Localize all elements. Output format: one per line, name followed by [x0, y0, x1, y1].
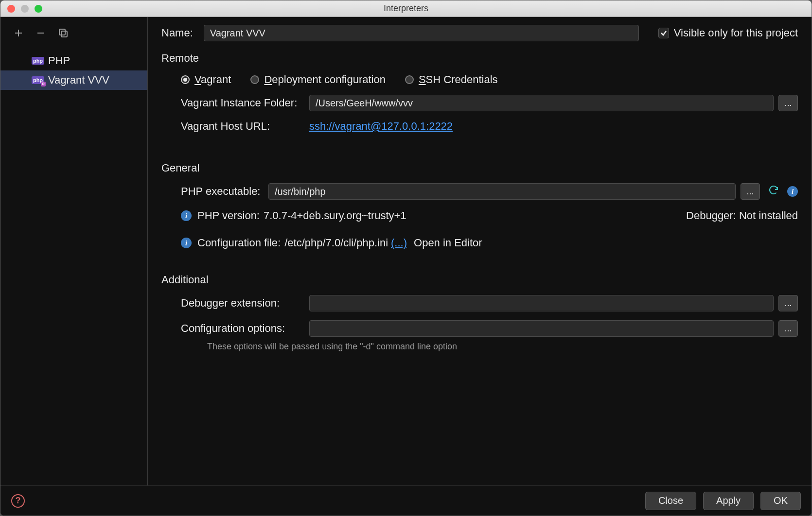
- name-input[interactable]: [204, 25, 639, 41]
- radio-ssh[interactable]: SSH Credentials: [405, 73, 498, 86]
- checkbox-icon: [658, 28, 669, 38]
- reload-button[interactable]: [768, 184, 779, 199]
- config-opts-hint: These options will be passed using the "…: [207, 342, 798, 352]
- visible-project-checkbox[interactable]: Visible only for this project: [658, 27, 798, 39]
- config-file-label: Configuration file:: [197, 237, 281, 249]
- sidebar-item-label: PHP: [48, 54, 70, 67]
- add-interpreter-button[interactable]: [12, 27, 25, 39]
- php-file-icon: php: [32, 57, 44, 65]
- minus-icon: [36, 28, 46, 38]
- additional-section-title: Additional: [161, 274, 798, 286]
- ellipsis-icon: ...: [746, 187, 754, 197]
- visible-project-label: Visible only for this project: [674, 27, 798, 39]
- php-remote-file-icon: phpR: [32, 76, 44, 84]
- ellipsis-icon: ...: [784, 324, 792, 334]
- body: php PHP phpR Vagrant VVV Name: Visible o: [0, 17, 812, 485]
- interpreter-list: php PHP phpR Vagrant VVV: [0, 49, 147, 485]
- config-file-value: /etc/php/7.0/cli/php.ini: [284, 237, 388, 249]
- radio-ssh-label: SSH Credentials: [419, 73, 498, 86]
- debugger-label: Debugger:: [686, 209, 736, 222]
- window-close-button[interactable]: [7, 5, 15, 13]
- help-icon: ?: [16, 496, 21, 506]
- close-button[interactable]: Close: [645, 492, 696, 510]
- instance-folder-label: Vagrant Instance Folder:: [181, 97, 309, 109]
- config-opts-input[interactable]: [309, 320, 774, 337]
- name-row: Name: Visible only for this project: [161, 25, 798, 41]
- ellipsis-icon: ...: [784, 298, 792, 309]
- php-version-value: 7.0.7-4+deb.sury.org~trusty+1: [264, 209, 406, 222]
- debugger-status: Debugger: Not installed: [686, 209, 798, 222]
- ok-button[interactable]: OK: [760, 492, 801, 510]
- php-version-label: PHP version:: [197, 209, 260, 222]
- config-file-more-link[interactable]: (...): [391, 237, 407, 249]
- general-section-title: General: [161, 162, 798, 174]
- svg-rect-4: [61, 31, 67, 37]
- executable-browse-button[interactable]: ...: [741, 183, 760, 200]
- executable-info-button[interactable]: i: [787, 186, 798, 197]
- open-in-editor-link[interactable]: Open in Editor: [414, 237, 482, 249]
- svg-rect-3: [59, 29, 65, 35]
- info-icon: i: [181, 210, 192, 221]
- remote-type-radios: Vagrant Deployment configuration SSH Cre…: [181, 73, 798, 86]
- config-opts-label: Configuration options:: [181, 322, 309, 335]
- plus-icon: [14, 28, 23, 38]
- sidebar-toolbar: [0, 17, 147, 49]
- instance-folder-input[interactable]: [309, 95, 774, 111]
- radio-deployment-label: Deployment configuration: [264, 73, 385, 86]
- info-icon: i: [181, 238, 192, 248]
- radio-vagrant[interactable]: Vagrant: [181, 73, 231, 86]
- additional-section: Debugger extension: ... Configuration op…: [161, 295, 798, 352]
- refresh-icon: [768, 184, 779, 196]
- debugger-ext-browse-button[interactable]: ...: [778, 295, 798, 311]
- help-button[interactable]: ?: [11, 494, 25, 508]
- instance-folder-browse-button[interactable]: ...: [778, 95, 798, 111]
- executable-input[interactable]: [268, 183, 736, 200]
- general-section: PHP executable: ... i: [161, 183, 798, 249]
- executable-label: PHP executable:: [181, 185, 268, 198]
- remote-section-title: Remote: [161, 52, 798, 65]
- window-minimize-button[interactable]: [21, 5, 29, 13]
- apply-button[interactable]: Apply: [703, 492, 754, 510]
- bottom-bar: ? Close Apply OK: [0, 485, 812, 516]
- copy-interpreter-button[interactable]: [57, 27, 70, 39]
- debugger-ext-label: Debugger extension:: [181, 297, 309, 310]
- remove-interpreter-button[interactable]: [35, 27, 47, 39]
- remote-badge-icon: R: [41, 82, 46, 86]
- window-zoom-button[interactable]: [35, 5, 42, 13]
- titlebar: Interpreters: [0, 0, 812, 17]
- radio-vagrant-label: Vagrant: [194, 73, 231, 86]
- copy-icon: [58, 28, 69, 38]
- config-opts-browse-button[interactable]: ...: [778, 320, 798, 337]
- sidebar-item-vagrant-vvv[interactable]: phpR Vagrant VVV: [0, 70, 147, 90]
- host-url-label: Vagrant Host URL:: [181, 120, 309, 133]
- host-url-link[interactable]: ssh://vagrant@127.0.0.1:2222: [309, 120, 453, 133]
- remote-section: Vagrant Deployment configuration SSH Cre…: [161, 73, 798, 133]
- main-panel: Name: Visible only for this project Remo…: [148, 17, 812, 485]
- radio-deployment[interactable]: Deployment configuration: [250, 73, 385, 86]
- debugger-value: Not installed: [739, 209, 798, 222]
- sidebar-item-label: Vagrant VVV: [48, 74, 109, 86]
- ellipsis-icon: ...: [784, 98, 792, 108]
- info-icon: i: [787, 186, 798, 197]
- name-label: Name:: [161, 27, 193, 39]
- interpreters-window: Interpreters php PHP p: [0, 0, 812, 516]
- sidebar-item-php[interactable]: php PHP: [0, 51, 147, 70]
- window-title: Interpreters: [0, 3, 812, 14]
- debugger-ext-input[interactable]: [309, 295, 774, 311]
- traffic-lights: [7, 5, 42, 13]
- sidebar: php PHP phpR Vagrant VVV: [0, 17, 147, 485]
